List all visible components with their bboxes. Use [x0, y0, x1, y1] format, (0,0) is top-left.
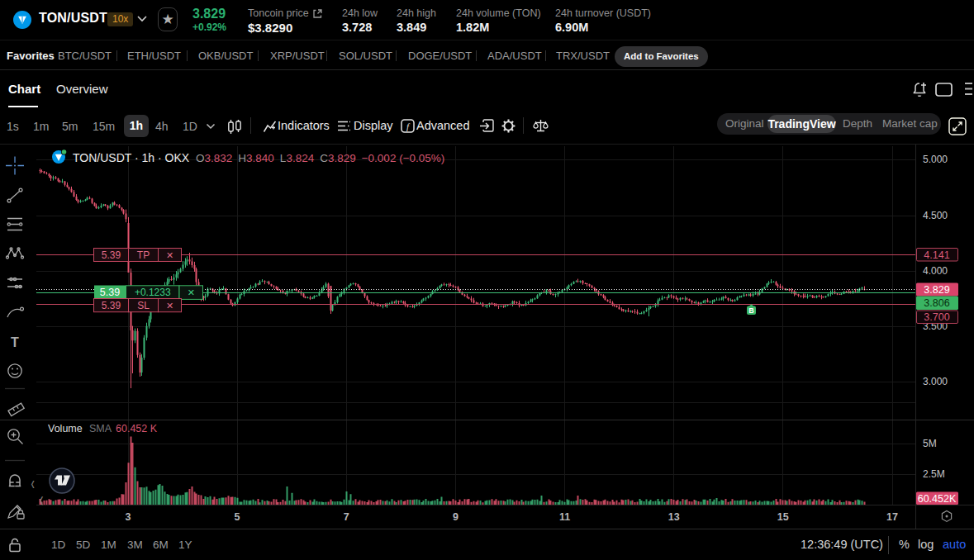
svg-text:TON/USDT · 1h · OKX: TON/USDT · 1h · OKX — [73, 151, 190, 164]
svg-text:7: 7 — [344, 511, 349, 523]
svg-text:3.000: 3.000 — [923, 376, 948, 387]
svg-text:✕: ✕ — [188, 287, 195, 297]
svg-text:5.39: 5.39 — [102, 300, 121, 311]
svg-text:60.452K: 60.452K — [918, 493, 957, 505]
svg-text:T: T — [11, 335, 19, 349]
svg-text:5.39: 5.39 — [102, 249, 121, 261]
svg-text:3.829: 3.829 — [924, 284, 949, 296]
svg-text:9: 9 — [453, 511, 458, 523]
svg-text:Volume: Volume — [48, 423, 83, 434]
svg-text:O3.832H3.840L3.824C3.829−0.002: O3.832H3.840L3.824C3.829−0.002 (−0.05%) — [196, 152, 444, 164]
svg-text:B: B — [748, 306, 754, 315]
svg-text:4.500: 4.500 — [923, 210, 948, 221]
svg-text:60.452 K: 60.452 K — [116, 423, 158, 434]
svg-text:5.39: 5.39 — [100, 287, 120, 298]
svg-text:3: 3 — [126, 511, 131, 523]
svg-text:17: 17 — [886, 511, 898, 523]
svg-text:❬: ❬ — [30, 480, 36, 489]
svg-text:11: 11 — [559, 511, 570, 523]
svg-text:✕: ✕ — [166, 301, 173, 311]
svg-text:SL: SL — [137, 300, 150, 311]
svg-text:+0.1233: +0.1233 — [135, 287, 171, 298]
svg-text:4.141: 4.141 — [924, 249, 949, 261]
svg-text:TP: TP — [137, 249, 150, 261]
svg-text:5: 5 — [235, 511, 240, 523]
svg-text:5M: 5M — [923, 438, 937, 449]
svg-text:15: 15 — [777, 511, 789, 523]
svg-text:f: f — [406, 121, 411, 131]
svg-text:❬: ❬ — [38, 496, 45, 505]
svg-text:3.700: 3.700 — [924, 311, 949, 323]
svg-text:5.000: 5.000 — [923, 154, 948, 165]
svg-text:4.000: 4.000 — [923, 265, 948, 277]
svg-text:2.5M: 2.5M — [923, 468, 945, 480]
svg-text:SMA: SMA — [89, 423, 112, 434]
svg-text:✕: ✕ — [166, 250, 173, 260]
svg-text:3.806: 3.806 — [924, 297, 949, 309]
svg-text:13: 13 — [668, 511, 680, 523]
